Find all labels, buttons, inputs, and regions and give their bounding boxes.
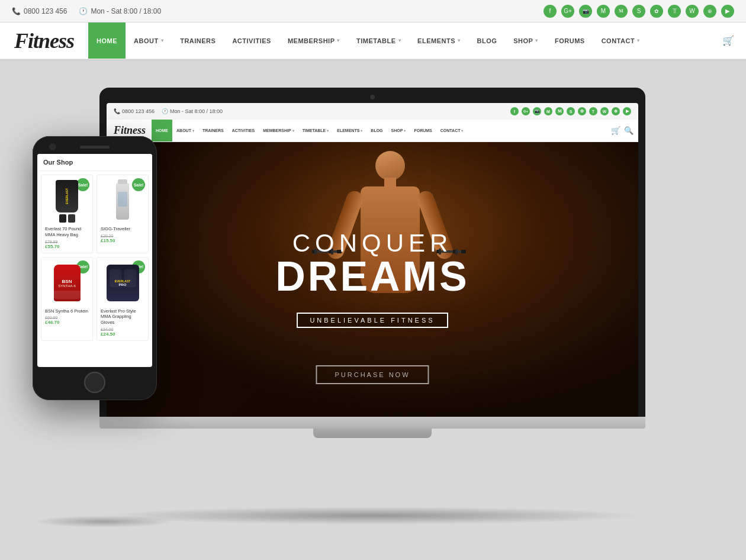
social-facebook[interactable]: f	[544, 5, 557, 18]
p-sale-badge-2: Sale!	[132, 178, 145, 191]
p-product-1[interactable]: Sale! EVERLAST	[41, 175, 93, 253]
page-topbar: 📞 0800 123 456 🕐 Mon - Sat 8:00 / 18:00 …	[0, 0, 746, 22]
laptop-camera	[370, 95, 375, 99]
nav-activities[interactable]: ACTIVITIES	[224, 22, 279, 59]
nav-home[interactable]: HOME	[88, 22, 126, 59]
w-search-icon[interactable]: 🔍	[624, 126, 634, 135]
w-hours-text: Mon - Sat 8:00 / 18:00	[170, 108, 223, 114]
phone-shadow	[33, 516, 175, 527]
nav-membership[interactable]: MEMBERSHIP ▾	[279, 22, 348, 59]
cart-icon[interactable]: 🛒	[722, 35, 734, 46]
p-product-price-new-4: £24.50	[101, 332, 144, 337]
p-product-price-old-3: £60.00	[45, 316, 89, 320]
w-social-gp[interactable]: G+	[522, 107, 530, 115]
w-nav: Fitness HOME ABOUT ▾ TRAINERS ACTIVITIES…	[107, 120, 638, 142]
social-whatsapp[interactable]: W	[686, 5, 699, 18]
w-nav-items: HOME ABOUT ▾ TRAINERS ACTIVITIES MEMBERS…	[152, 120, 611, 141]
w-hero: CONQUER DREAMS UNBELIEVABLE FITNESS PURC…	[107, 142, 638, 417]
phone-speaker	[80, 146, 110, 149]
social-wordpress[interactable]: ⊕	[703, 5, 716, 18]
w-phone-info: 📞 0800 123 456	[114, 108, 155, 114]
laptop-device: 📞 0800 123 456 🕐 Mon - Sat 8:00 / 18:00 …	[99, 88, 645, 438]
page-nav-end: 🛒	[722, 35, 746, 46]
w-social-sk[interactable]: S	[567, 107, 575, 115]
p-shop-header: Our Shop	[37, 154, 152, 171]
social-skype[interactable]: S	[632, 5, 645, 18]
laptop-base	[99, 417, 645, 429]
purchase-now-button[interactable]: PURCHASE NOW	[316, 365, 429, 384]
p-sale-badge-1: Sale!	[76, 178, 89, 191]
w-nav-shop[interactable]: SHOP ▾	[387, 120, 410, 141]
social-googleplus[interactable]: G+	[561, 5, 574, 18]
w-hero-content: CONQUER DREAMS UNBELIEVABLE FITNESS	[107, 231, 638, 328]
laptop-screen: 📞 0800 123 456 🕐 Mon - Sat 8:00 / 18:00 …	[107, 103, 638, 417]
p-product-price-old-1: £79.99	[45, 240, 89, 244]
nav-about[interactable]: ABOUT ▾	[126, 22, 172, 59]
page-logo[interactable]: Fitness	[0, 28, 88, 53]
scene: 📞 0800 123 456 🕐 Mon - Sat 8:00 / 18:00 …	[0, 0, 746, 560]
w-nav-blog[interactable]: BLOG	[366, 120, 387, 141]
hours-text: Mon - Sat 8:00 / 18:00	[91, 7, 161, 15]
w-social-ig[interactable]: 📷	[533, 107, 541, 115]
w-clock-icon: 🕐	[162, 108, 168, 114]
w-hours-info: 🕐 Mon - Sat 8:00 / 18:00	[162, 108, 223, 114]
laptop-shadow	[101, 507, 645, 524]
page-topbar-left: 📞 0800 123 456 🕐 Mon - Sat 8:00 / 18:00	[12, 7, 161, 15]
w-social-m[interactable]: M	[544, 107, 552, 115]
w-nav-end: 🛒 🔍	[611, 126, 638, 135]
figure-head	[375, 151, 405, 181]
social-mail[interactable]: M	[597, 5, 610, 18]
w-hero-subtitle: UNBELIEVABLE FITNESS	[297, 313, 448, 328]
w-hero-line2: DREAMS	[107, 256, 638, 297]
w-phone-number: 0800 123 456	[122, 108, 155, 114]
w-social-wa[interactable]: W	[600, 107, 609, 115]
w-hero-subtitle-wrap: UNBELIEVABLE FITNESS	[107, 305, 638, 328]
w-phone-icon: 📞	[114, 108, 120, 114]
p-product-name-1: Everlast 70 Pound MMA Heavy Bag	[45, 226, 89, 238]
phone-front-camera	[49, 143, 56, 150]
w-social-wp[interactable]: ⊕	[612, 107, 620, 115]
nav-forums[interactable]: FORUMS	[546, 22, 593, 59]
nav-timetable[interactable]: TIMETABLE ▾	[348, 22, 409, 59]
w-nav-forums[interactable]: FORUMS	[410, 120, 436, 141]
w-cart-icon[interactable]: 🛒	[611, 126, 620, 135]
page-social-bar: f G+ 📷 M 𝐌 S ✿ 𝕋 W ⊕ ▶	[544, 5, 734, 18]
w-social-yt[interactable]: ▶	[623, 107, 631, 115]
nav-contact[interactable]: CONTACT ▾	[593, 22, 648, 59]
w-nav-contact[interactable]: CONTACT ▾	[436, 120, 468, 141]
p-product-3[interactable]: Sale! BSN SYNTHA-6 BSN Syntha 6 Protein	[41, 257, 93, 341]
w-topbar-left: 📞 0800 123 456 🕐 Mon - Sat 8:00 / 18:00	[114, 108, 223, 114]
w-social-tw[interactable]: T	[589, 107, 597, 115]
p-product-price-new-1: £55.70	[45, 244, 89, 249]
w-nav-activities[interactable]: ACTIVITIES	[228, 120, 259, 141]
w-nav-timetable[interactable]: TIMETABLE ▾	[298, 120, 333, 141]
social-m2[interactable]: 𝐌	[615, 5, 628, 18]
social-twitter[interactable]: 𝕋	[668, 5, 681, 18]
nav-trainers[interactable]: TRAINERS	[172, 22, 224, 59]
p-shop-title: Our Shop	[43, 159, 73, 166]
nav-blog[interactable]: BLOG	[469, 22, 506, 59]
social-instagram[interactable]: 📷	[579, 5, 592, 18]
w-nav-elements[interactable]: ELEMENTS ▾	[333, 120, 366, 141]
w-nav-membership[interactable]: MEMBERSHIP ▾	[259, 120, 298, 141]
nav-shop[interactable]: SHOP ▾	[505, 22, 546, 59]
social-youtube[interactable]: ▶	[721, 5, 734, 18]
clock-icon: 🕐	[79, 7, 88, 15]
w-social-fl[interactable]: ✿	[578, 107, 586, 115]
nav-elements[interactable]: ELEMENTS ▾	[409, 22, 468, 59]
page-nav-items: HOME ABOUT ▾ TRAINERS ACTIVITIES MEMBERS…	[88, 22, 722, 59]
w-social-m2[interactable]: 𝐌	[555, 107, 564, 115]
w-nav-trainers[interactable]: TRAINERS	[198, 120, 228, 141]
phone-number: 0800 123 456	[24, 7, 67, 15]
w-logo[interactable]: Fitness	[114, 124, 146, 137]
p-product-price-new-3: £46.70	[45, 320, 89, 325]
w-social-fb[interactable]: f	[510, 107, 519, 115]
phone-home-button[interactable]	[84, 372, 105, 393]
p-product-name-3: BSN Syntha 6 Protein	[45, 308, 89, 314]
social-flower[interactable]: ✿	[650, 5, 663, 18]
w-nav-about[interactable]: ABOUT ▾	[172, 120, 198, 141]
website: 📞 0800 123 456 🕐 Mon - Sat 8:00 / 18:00 …	[107, 103, 638, 417]
phone-spacer	[133, 143, 140, 150]
w-topbar: 📞 0800 123 456 🕐 Mon - Sat 8:00 / 18:00 …	[107, 103, 638, 120]
w-topbar-right: f G+ 📷 M 𝐌 S ✿ T W ⊕ ▶	[510, 107, 631, 115]
